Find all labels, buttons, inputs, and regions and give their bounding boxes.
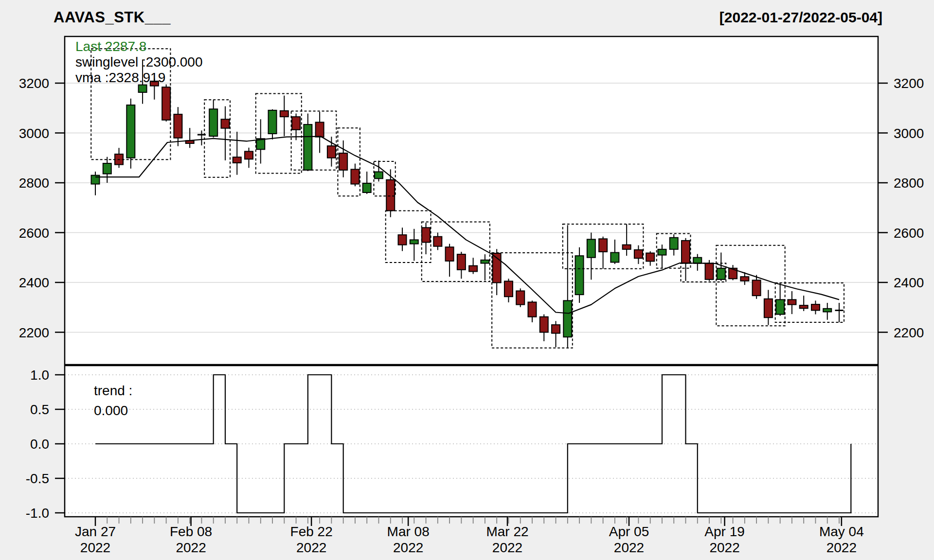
legend-last-value: Last 2287.8	[75, 39, 203, 54]
price-tick-label-left: 2600	[19, 226, 49, 241]
candle-up	[717, 268, 725, 280]
price-tick-label-left: 3200	[19, 76, 49, 91]
x-axis-label-year: 2022	[614, 540, 644, 555]
candle-up	[575, 256, 584, 295]
price-tick-label-right: 2800	[894, 175, 924, 191]
candle-up	[670, 238, 678, 249]
candle-up	[139, 85, 147, 92]
candle-down	[446, 247, 454, 261]
candle-down	[221, 119, 229, 128]
price-tick-label-left: 3000	[19, 126, 49, 141]
candle-up	[375, 172, 383, 178]
price-tick-label-right: 3000	[894, 126, 924, 141]
candle-down	[233, 157, 241, 163]
candle-up	[658, 249, 666, 255]
candle-down	[162, 87, 170, 120]
candle-down	[504, 281, 513, 297]
x-axis-label-date: May 04	[819, 524, 864, 539]
candle-down	[292, 117, 300, 130]
candle-down	[682, 241, 690, 263]
trend-tick-label: 1.0	[30, 368, 49, 383]
candle-up	[611, 253, 619, 262]
candle-down	[528, 302, 536, 316]
candle-up	[363, 183, 371, 192]
candle-down	[788, 299, 796, 304]
legend-vma: vma :2328.919	[75, 70, 203, 86]
trend-tick-label: 0.5	[30, 402, 49, 417]
trend-tick-label: 0.0	[30, 437, 49, 452]
price-tick-label-left: 2400	[19, 275, 49, 290]
candle-up	[209, 109, 217, 136]
x-axis-label-year: 2022	[176, 540, 206, 555]
candle-up	[776, 299, 784, 314]
candle-down	[740, 277, 749, 281]
candle-up	[410, 240, 418, 244]
candle-up	[103, 163, 111, 174]
candle-down	[174, 114, 182, 138]
candle-down	[351, 169, 359, 184]
chart-window: 3200320030003000280028002600260024002400…	[0, 0, 934, 560]
candle-up	[481, 260, 489, 263]
trend-tick-label: -1.0	[26, 506, 49, 521]
candle-down	[811, 304, 820, 310]
candle-up	[587, 239, 595, 257]
candle-down	[634, 250, 643, 258]
price-tick-label-right: 3200	[894, 76, 924, 91]
x-axis-label-date: Apr 05	[609, 524, 649, 539]
x-axis-label-date: Feb 22	[290, 524, 333, 539]
trend-indicator-label: trend : 0.000	[94, 381, 132, 420]
candle-down	[705, 263, 714, 280]
price-tick-label-left: 2800	[19, 175, 49, 191]
x-axis-label-year: 2022	[393, 540, 423, 555]
candle-up	[693, 258, 701, 263]
candle-down	[422, 228, 430, 242]
candle-down	[540, 317, 548, 332]
x-axis-label-date: Jan 27	[75, 524, 116, 539]
candle-up	[563, 300, 572, 337]
candle-down	[327, 146, 336, 158]
candle-down	[457, 254, 466, 270]
candle-down	[245, 151, 253, 159]
candle-down	[386, 180, 395, 211]
candle-up	[269, 110, 277, 134]
x-axis-label-year: 2022	[80, 540, 110, 555]
date-range-label: [2022-01-27/2022-05-04]	[719, 9, 882, 26]
x-axis-label-date: Apr 19	[704, 524, 745, 539]
legend-swinglevel: swinglevel :2300.000	[75, 54, 203, 70]
x-axis-label-date: Mar 22	[486, 524, 528, 539]
x-axis-label-year: 2022	[492, 540, 522, 555]
candle-down	[753, 280, 761, 296]
candle-down	[433, 237, 442, 246]
x-axis-label-date: Feb 08	[170, 524, 212, 539]
x-axis-label-date: Mar 08	[387, 524, 430, 539]
candle-up	[823, 309, 831, 312]
candle-down	[646, 253, 654, 262]
candle-up	[304, 124, 312, 170]
candle-down	[516, 291, 524, 304]
candle-down	[764, 299, 772, 317]
candle-down	[623, 245, 631, 249]
price-tick-label-right: 2600	[894, 226, 924, 241]
trend-tick-label: -0.5	[26, 471, 49, 486]
price-panel-background	[65, 36, 878, 365]
candle-down	[316, 122, 324, 137]
price-tick-label-right: 2200	[894, 325, 924, 340]
x-axis-label-year: 2022	[826, 540, 857, 555]
trend-label-line2: 0.000	[94, 401, 132, 420]
candle-down	[552, 325, 560, 333]
candle-down	[469, 266, 477, 272]
candle-down	[339, 153, 347, 170]
chart-legend: Last 2287.8 swinglevel :2300.000 vma :23…	[75, 39, 203, 86]
candle-up	[126, 105, 135, 158]
candle-down	[280, 111, 288, 117]
page-title: AAVAS_STK___	[54, 9, 171, 26]
trend-panel-background	[65, 366, 878, 517]
price-tick-label-right: 2400	[894, 275, 924, 290]
candle-down	[800, 305, 808, 308]
x-axis-label-year: 2022	[296, 540, 326, 555]
candle-down	[398, 235, 407, 245]
candle-down	[599, 239, 607, 252]
price-tick-label-left: 2200	[19, 325, 49, 340]
x-axis-label-year: 2022	[709, 540, 739, 555]
trend-label-line1: trend :	[94, 381, 132, 401]
